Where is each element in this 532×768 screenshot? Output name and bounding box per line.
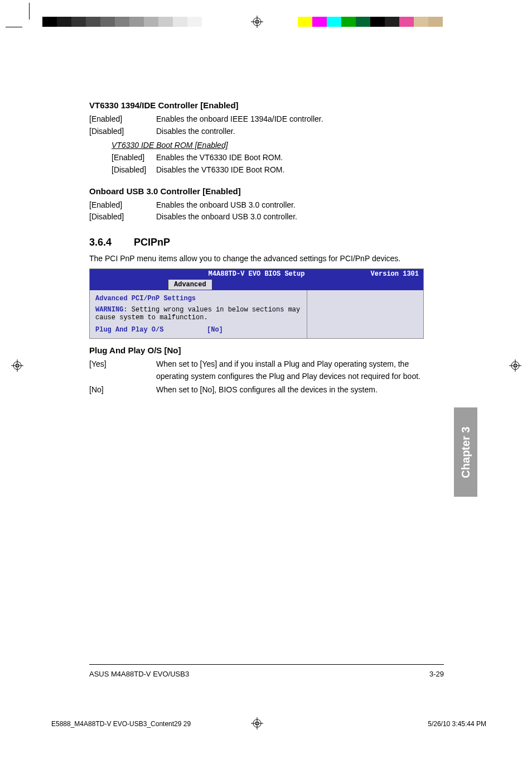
sub-setting-heading: VT6330 IDE Boot ROM [Enabled] [112,141,424,150]
section-heading: 3.6.4 PCIPnP [89,237,424,248]
bios-tab-advanced: Advanced [168,279,212,290]
chapter-tab: Chapter 3 [454,407,477,497]
option-row: [No] When set to [No], BIOS configures a… [89,384,424,396]
option-desc: When set to [No], BIOS configures all th… [156,384,424,396]
option-desc: Enables the VT6330 IDE Boot ROM. [156,152,424,164]
option-key: [Enabled] [112,152,156,164]
bios-warning-label: WARNING: [95,306,128,314]
crop-mark [29,3,30,20]
sub-setting-vt6330-bootrom: VT6330 IDE Boot ROM [Enabled] [Enabled] … [112,141,424,176]
option-row: [Disabled] Disables the VT6330 IDE Boot … [112,164,424,176]
option-row: [Disabled] Disables the onboard USB 3.0 … [89,211,424,223]
grayscale-bar [42,17,202,27]
bios-warning: WARNING: Setting wrong values in below s… [95,306,301,321]
option-key: [Disabled] [89,211,156,223]
setting-vt6330: VT6330 1394/IDE Controller [Enabled] [En… [89,100,424,176]
registration-mark-icon [509,359,521,372]
registration-mark-icon [11,359,23,372]
page-content: VT6330 1394/IDE Controller [Enabled] [En… [89,100,424,397]
setting-plug-and-play: Plug And Play O/S [No] [Yes] When set to… [89,345,424,396]
bios-item-value: [No] [207,326,223,334]
setting-heading: VT6330 1394/IDE Controller [Enabled] [89,100,424,110]
option-key: [Enabled] [89,113,156,126]
option-row: [Yes] When set to [Yes] and if you insta… [89,358,424,382]
option-desc: Enables the onboard IEEE 1394a/IDE contr… [156,113,424,126]
bios-right-panel [307,290,423,338]
option-key: [Disabled] [112,164,156,176]
footer-right: 3-29 [429,670,444,678]
option-row: [Enabled] Enables the VT6330 IDE Boot RO… [112,152,424,164]
option-key: [No] [89,384,156,396]
option-key: [Enabled] [89,199,156,212]
option-row: [Disabled] Disables the controller. [89,126,424,138]
bios-version: Version 1301 [371,270,419,278]
bios-titlebar: M4A88TD-V EVO BIOS Setup Version 1301 [90,269,423,279]
bios-screenshot: M4A88TD-V EVO BIOS Setup Version 1301 Ad… [89,268,424,339]
option-desc: Enables the onboard USB 3.0 controller. [156,199,424,212]
color-bar [298,17,443,27]
registration-mark-icon [251,16,263,28]
print-slug: E5888_M4A88TD-V EVO-USB3_Content29 29 5/… [51,720,486,728]
section-number: 3.6.4 [89,237,112,248]
bios-item: Plug And Play O/S [No] [95,326,301,334]
crop-mark [6,27,22,27]
option-row: [Enabled] Enables the onboard USB 3.0 co… [89,199,424,212]
option-desc: Disables the onboard USB 3.0 controller. [156,211,424,223]
option-desc: Disables the controller. [156,126,424,138]
option-desc: When set to [Yes] and if you install a P… [156,358,424,382]
section-intro: The PCI PnP menu items allow you to chan… [89,254,424,263]
slug-left: E5888_M4A88TD-V EVO-USB3_Content29 29 [51,720,191,728]
option-key: [Disabled] [89,126,156,138]
setting-heading: Plug And Play O/S [No] [89,345,424,355]
bios-title: M4A88TD-V EVO BIOS Setup [209,270,305,278]
option-row: [Enabled] Enables the onboard IEEE 1394a… [89,113,424,126]
bios-body: Advanced PCI/PnP Settings WARNING: Setti… [90,290,423,338]
footer-left: ASUS M4A88TD-V EVO/USB3 [89,670,189,678]
bios-left-panel: Advanced PCI/PnP Settings WARNING: Setti… [90,290,307,338]
bios-tabrow: Advanced [90,279,423,290]
slug-right: 5/26/10 3:45:44 PM [428,720,486,728]
footer-rule [89,664,444,665]
chapter-tab-label: Chapter 3 [460,426,472,478]
setting-heading: Onboard USB 3.0 Controller [Enabled] [89,186,424,196]
option-desc: Disables the VT6330 IDE Boot ROM. [156,164,424,176]
section-title: PCIPnP [134,237,170,248]
page-footer: ASUS M4A88TD-V EVO/USB3 3-29 [89,670,444,678]
bios-panel-heading: Advanced PCI/PnP Settings [95,295,301,303]
option-key: [Yes] [89,358,156,382]
bios-item-label: Plug And Play O/S [95,326,207,334]
setting-usb3: Onboard USB 3.0 Controller [Enabled] [En… [89,186,424,223]
